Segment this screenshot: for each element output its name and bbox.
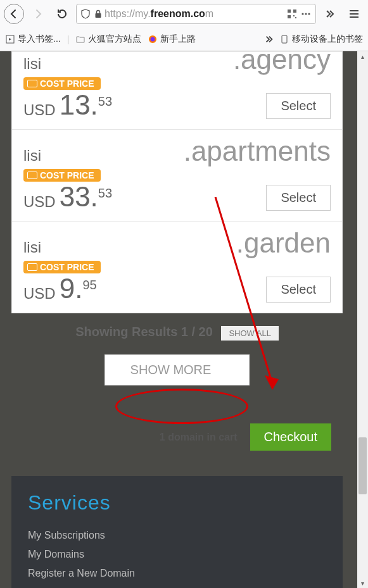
viewport: ▴ ▾ lisi .agency COST PRICE USD 13. 53 S… xyxy=(0,51,368,588)
svg-point-11 xyxy=(151,37,155,42)
svg-point-6 xyxy=(301,13,303,15)
price-cents: 95 xyxy=(82,278,96,292)
domain-row: lisi .agency COST PRICE USD 13. 53 Selec… xyxy=(12,46,342,129)
bookmark-import[interactable]: 导入书签... xyxy=(5,34,61,45)
shield-icon xyxy=(79,9,92,19)
forward-button xyxy=(28,4,48,24)
svg-point-8 xyxy=(308,13,310,15)
select-button[interactable]: Select xyxy=(266,93,331,119)
footer-link[interactable]: My Domains xyxy=(28,545,326,564)
domain-ext: .garden xyxy=(236,229,331,257)
checkout-button[interactable]: Checkout xyxy=(250,423,332,451)
footer-link[interactable]: Freenom World xyxy=(28,583,326,588)
show-more-button[interactable]: SHOW MORE xyxy=(105,354,250,385)
qr-icon[interactable] xyxy=(285,9,299,19)
footer-link[interactable]: Register a New Domain xyxy=(28,564,326,583)
bookmark-newbie[interactable]: 新手上路 xyxy=(148,34,196,45)
price-cents: 53 xyxy=(98,186,112,201)
address-bar[interactable]: https://my.freenom.com xyxy=(76,4,316,24)
reload-button[interactable] xyxy=(52,4,72,24)
svg-point-7 xyxy=(305,13,307,15)
svg-rect-0 xyxy=(96,13,101,18)
mobile-icon xyxy=(279,34,289,44)
scroll-up-icon[interactable]: ▴ xyxy=(357,51,368,62)
menu-button[interactable] xyxy=(344,4,364,24)
lock-icon xyxy=(92,9,105,18)
cost-badge: COST PRICE xyxy=(23,169,101,182)
firefox-icon xyxy=(148,34,158,44)
tag-icon xyxy=(27,80,37,87)
domain-row: lisi .apartments COST PRICE USD 33. 53 S… xyxy=(12,129,342,221)
footer-link[interactable]: My Subscriptions xyxy=(28,526,326,545)
cost-badge: COST PRICE xyxy=(23,77,101,90)
tag-icon xyxy=(27,263,37,271)
svg-rect-2 xyxy=(293,9,296,13)
select-button[interactable]: Select xyxy=(266,277,331,303)
show-all-button[interactable]: SHOW ALL xyxy=(221,326,278,341)
price-whole: 9. xyxy=(60,275,83,303)
price-whole: 13. xyxy=(60,91,98,119)
currency: USD xyxy=(23,285,56,303)
svg-rect-5 xyxy=(295,17,296,18)
domain-results: lisi .agency COST PRICE USD 13. 53 Selec… xyxy=(11,51,343,313)
currency: USD xyxy=(23,101,56,119)
svg-rect-12 xyxy=(282,35,287,43)
currency: USD xyxy=(23,193,56,211)
svg-rect-4 xyxy=(293,15,295,16)
domain-name: lisi xyxy=(23,55,41,73)
back-button[interactable] xyxy=(4,4,24,24)
import-icon xyxy=(5,34,15,44)
price-whole: 33. xyxy=(60,183,98,211)
domain-ext: .apartments xyxy=(184,137,331,165)
results-summary: Showing Results 1 / 20 SHOW ALL xyxy=(11,313,343,346)
cart-count: 1 domain in cart xyxy=(160,432,238,443)
svg-rect-1 xyxy=(288,9,291,13)
select-button[interactable]: Select xyxy=(266,185,331,211)
footer-heading: Services xyxy=(28,491,326,515)
price-cents: 53 xyxy=(98,94,112,109)
tag-icon xyxy=(27,172,37,179)
scroll-down-icon[interactable]: ▾ xyxy=(357,578,368,588)
bookmark-official[interactable]: 火狐官方站点 xyxy=(75,34,141,45)
overflow-button[interactable] xyxy=(320,4,340,24)
scroll-thumb[interactable] xyxy=(358,437,367,494)
svg-rect-3 xyxy=(288,15,291,18)
toolbar: https://my.freenom.com xyxy=(0,0,368,28)
domain-row: lisi .garden COST PRICE USD 9. 95 Select xyxy=(12,221,342,313)
scrollbar-vertical[interactable]: ▴ ▾ xyxy=(357,51,368,588)
page-actions-icon[interactable] xyxy=(299,9,313,19)
url-text: https://my.freenom.com xyxy=(105,8,285,20)
folder-icon xyxy=(75,34,86,44)
cost-badge: COST PRICE xyxy=(23,261,101,273)
footer: Services My Subscriptions My Domains Reg… xyxy=(11,476,343,588)
domain-name: lisi xyxy=(23,239,41,256)
domain-ext: .agency xyxy=(233,46,331,73)
domain-name: lisi xyxy=(23,147,41,165)
